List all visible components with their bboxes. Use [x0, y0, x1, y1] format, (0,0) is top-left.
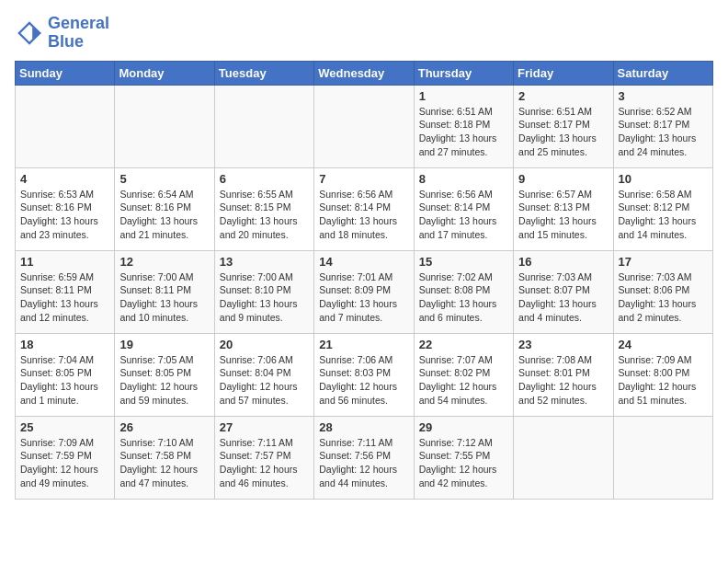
calendar-cell: [16, 85, 115, 167]
calendar-cell: 17Sunrise: 7:03 AMSunset: 8:06 PMDayligh…: [613, 250, 712, 333]
day-number: 4: [20, 172, 109, 186]
day-info: Sunrise: 7:02 AMSunset: 8:08 PMDaylight:…: [419, 270, 508, 325]
calendar-cell: 29Sunrise: 7:12 AMSunset: 7:55 PMDayligh…: [414, 416, 513, 499]
day-info: Sunrise: 7:09 AMSunset: 8:00 PMDaylight:…: [619, 353, 708, 408]
day-number: 13: [220, 255, 309, 269]
day-number: 12: [119, 255, 209, 269]
week-row-2: 4Sunrise: 6:53 AMSunset: 8:16 PMDaylight…: [16, 167, 713, 250]
calendar-cell: 3Sunrise: 6:52 AMSunset: 8:17 PMDaylight…: [613, 85, 712, 167]
day-info: Sunrise: 7:04 AMSunset: 8:05 PMDaylight:…: [20, 353, 109, 408]
day-number: 15: [419, 255, 508, 269]
day-number: 14: [319, 255, 408, 269]
day-info: Sunrise: 6:54 AMSunset: 8:16 PMDaylight:…: [119, 188, 209, 242]
day-info: Sunrise: 6:58 AMSunset: 8:12 PMDaylight:…: [619, 188, 708, 242]
day-number: 21: [319, 338, 408, 351]
calendar-header-row: SundayMondayTuesdayWednesdayThursdayFrid…: [16, 61, 713, 85]
day-number: 9: [518, 172, 608, 186]
week-row-5: 25Sunrise: 7:09 AMSunset: 7:59 PMDayligh…: [16, 416, 713, 499]
column-header-thursday: Thursday: [414, 61, 513, 85]
column-header-saturday: Saturday: [613, 61, 712, 85]
calendar-cell: [514, 416, 613, 499]
logo-text: General Blue: [48, 15, 109, 52]
column-header-wednesday: Wednesday: [314, 61, 414, 85]
day-number: 2: [518, 89, 608, 103]
calendar-cell: 9Sunrise: 6:57 AMSunset: 8:13 PMDaylight…: [514, 167, 613, 250]
day-info: Sunrise: 6:51 AMSunset: 8:17 PMDaylight:…: [518, 105, 608, 159]
day-number: 5: [119, 172, 209, 186]
day-number: 6: [220, 172, 309, 186]
calendar-cell: 27Sunrise: 7:11 AMSunset: 7:57 PMDayligh…: [214, 416, 313, 499]
calendar-cell: [214, 85, 313, 167]
calendar-cell: 10Sunrise: 6:58 AMSunset: 8:12 PMDayligh…: [613, 167, 712, 250]
day-info: Sunrise: 7:00 AMSunset: 8:11 PMDaylight:…: [119, 270, 209, 325]
week-row-4: 18Sunrise: 7:04 AMSunset: 8:05 PMDayligh…: [16, 333, 713, 416]
calendar-cell: 22Sunrise: 7:07 AMSunset: 8:02 PMDayligh…: [414, 333, 513, 416]
day-number: 22: [419, 338, 508, 351]
day-number: 1: [419, 89, 508, 103]
calendar-cell: 2Sunrise: 6:51 AMSunset: 8:17 PMDaylight…: [514, 85, 613, 167]
calendar-cell: 12Sunrise: 7:00 AMSunset: 8:11 PMDayligh…: [115, 250, 214, 333]
day-number: 3: [619, 89, 708, 103]
day-number: 25: [20, 420, 109, 434]
calendar-cell: 13Sunrise: 7:00 AMSunset: 8:10 PMDayligh…: [214, 250, 313, 333]
day-info: Sunrise: 7:12 AMSunset: 7:55 PMDaylight:…: [419, 436, 508, 490]
column-header-tuesday: Tuesday: [214, 61, 313, 85]
day-number: 29: [419, 420, 508, 434]
day-info: Sunrise: 6:56 AMSunset: 8:14 PMDaylight:…: [319, 188, 408, 242]
calendar-cell: 5Sunrise: 6:54 AMSunset: 8:16 PMDaylight…: [115, 167, 214, 250]
calendar-cell: 4Sunrise: 6:53 AMSunset: 8:16 PMDaylight…: [16, 167, 115, 250]
calendar-cell: 20Sunrise: 7:06 AMSunset: 8:04 PMDayligh…: [214, 333, 313, 416]
day-number: 28: [319, 420, 408, 434]
calendar-cell: 15Sunrise: 7:02 AMSunset: 8:08 PMDayligh…: [414, 250, 513, 333]
calendar-cell: 7Sunrise: 6:56 AMSunset: 8:14 PMDaylight…: [314, 167, 414, 250]
day-info: Sunrise: 6:57 AMSunset: 8:13 PMDaylight:…: [518, 188, 608, 242]
day-number: 23: [518, 338, 608, 351]
calendar-cell: 14Sunrise: 7:01 AMSunset: 8:09 PMDayligh…: [314, 250, 414, 333]
calendar-cell: 1Sunrise: 6:51 AMSunset: 8:18 PMDaylight…: [414, 85, 513, 167]
day-info: Sunrise: 6:56 AMSunset: 8:14 PMDaylight:…: [419, 188, 508, 242]
day-info: Sunrise: 7:01 AMSunset: 8:09 PMDaylight:…: [319, 270, 408, 325]
calendar-cell: 25Sunrise: 7:09 AMSunset: 7:59 PMDayligh…: [16, 416, 115, 499]
calendar-cell: 24Sunrise: 7:09 AMSunset: 8:00 PMDayligh…: [613, 333, 712, 416]
column-header-friday: Friday: [514, 61, 613, 85]
calendar-cell: [314, 85, 414, 167]
day-number: 24: [619, 338, 708, 351]
day-info: Sunrise: 6:59 AMSunset: 8:11 PMDaylight:…: [20, 270, 109, 325]
day-info: Sunrise: 7:00 AMSunset: 8:10 PMDaylight:…: [220, 270, 309, 325]
day-info: Sunrise: 7:08 AMSunset: 8:01 PMDaylight:…: [518, 353, 608, 408]
day-number: 26: [119, 420, 209, 434]
calendar-cell: 6Sunrise: 6:55 AMSunset: 8:15 PMDaylight…: [214, 167, 313, 250]
day-number: 10: [619, 172, 708, 186]
day-number: 19: [119, 338, 209, 351]
day-number: 11: [20, 255, 109, 269]
day-info: Sunrise: 7:11 AMSunset: 7:57 PMDaylight:…: [220, 436, 309, 490]
day-info: Sunrise: 7:06 AMSunset: 8:03 PMDaylight:…: [319, 353, 408, 408]
day-info: Sunrise: 6:51 AMSunset: 8:18 PMDaylight:…: [419, 105, 508, 159]
day-info: Sunrise: 6:55 AMSunset: 8:15 PMDaylight:…: [220, 188, 309, 242]
column-header-sunday: Sunday: [16, 61, 115, 85]
calendar-cell: [115, 85, 214, 167]
calendar-cell: 19Sunrise: 7:05 AMSunset: 8:05 PMDayligh…: [115, 333, 214, 416]
day-info: Sunrise: 7:07 AMSunset: 8:02 PMDaylight:…: [419, 353, 508, 408]
calendar-cell: 18Sunrise: 7:04 AMSunset: 8:05 PMDayligh…: [16, 333, 115, 416]
day-number: 18: [20, 338, 109, 351]
calendar-table: SundayMondayTuesdayWednesdayThursdayFrid…: [15, 61, 713, 500]
calendar-cell: 28Sunrise: 7:11 AMSunset: 7:56 PMDayligh…: [314, 416, 414, 499]
day-number: 27: [220, 420, 309, 434]
day-info: Sunrise: 7:03 AMSunset: 8:07 PMDaylight:…: [518, 270, 608, 325]
column-header-monday: Monday: [115, 61, 214, 85]
day-info: Sunrise: 7:09 AMSunset: 7:59 PMDaylight:…: [20, 436, 109, 490]
calendar-cell: 21Sunrise: 7:06 AMSunset: 8:03 PMDayligh…: [314, 333, 414, 416]
day-info: Sunrise: 6:52 AMSunset: 8:17 PMDaylight:…: [619, 105, 708, 159]
day-info: Sunrise: 7:11 AMSunset: 7:56 PMDaylight:…: [319, 436, 408, 490]
calendar-cell: 8Sunrise: 6:56 AMSunset: 8:14 PMDaylight…: [414, 167, 513, 250]
page-header: General Blue: [15, 15, 713, 52]
logo: General Blue: [15, 15, 109, 52]
calendar-cell: 16Sunrise: 7:03 AMSunset: 8:07 PMDayligh…: [514, 250, 613, 333]
calendar-cell: 11Sunrise: 6:59 AMSunset: 8:11 PMDayligh…: [16, 250, 115, 333]
day-number: 17: [619, 255, 708, 269]
day-info: Sunrise: 7:06 AMSunset: 8:04 PMDaylight:…: [220, 353, 309, 408]
calendar-cell: 26Sunrise: 7:10 AMSunset: 7:58 PMDayligh…: [115, 416, 214, 499]
day-info: Sunrise: 6:53 AMSunset: 8:16 PMDaylight:…: [20, 188, 109, 242]
week-row-1: 1Sunrise: 6:51 AMSunset: 8:18 PMDaylight…: [16, 85, 713, 167]
